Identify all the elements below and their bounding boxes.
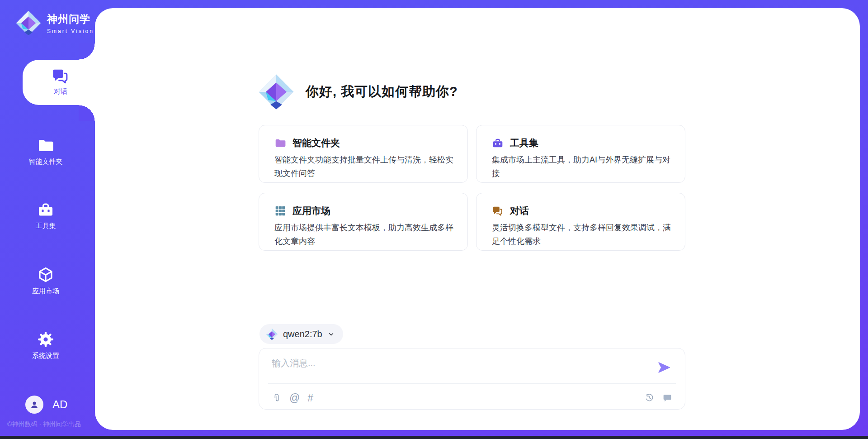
brand-subtitle: Smart Vision — [47, 28, 94, 34]
card-toolset[interactable]: 工具集 集成市场上主流工具，助力AI与外界无缝扩展与对接 — [476, 125, 685, 183]
sidebar: 神州问学 Smart Vision 智能文件夹 工具集 应用市场 系统设置 AD… — [0, 0, 95, 439]
cube-icon — [37, 266, 54, 283]
sidebar-item-label: 智能文件夹 — [29, 157, 63, 166]
composer-divider — [268, 383, 676, 384]
sidebar-item-settings[interactable]: 系统设置 — [0, 331, 91, 360]
composer-tools-right — [645, 393, 672, 403]
greeting-block: 你好, 我可以如何帮助你? — [258, 73, 458, 110]
app-page: 神州问学 Smart Vision 智能文件夹 工具集 应用市场 系统设置 AD… — [0, 0, 868, 439]
card-title: 对话 — [510, 205, 529, 217]
card-title: 应用市场 — [292, 205, 330, 217]
brand: 神州问学 Smart Vision — [15, 10, 94, 36]
sidebar-item-label: 系统设置 — [32, 352, 59, 360]
sidebar-item-label: 应用市场 — [32, 287, 59, 296]
history-icon[interactable] — [645, 393, 655, 403]
card-app-market[interactable]: 应用市场 应用市场提供丰富长文本模板，助力高效生成多样化文章内容 — [259, 193, 468, 251]
hashtag-button[interactable]: # — [307, 393, 313, 403]
toolbox-icon — [492, 137, 504, 149]
model-selector[interactable]: qwen2:7b — [259, 324, 343, 344]
folder-icon — [37, 137, 54, 154]
card-description: 智能文件夹功能支持批量文件上传与清洗，轻松实现文件问答 — [274, 153, 459, 180]
message-composer: @ # — [259, 348, 685, 410]
bottom-edge-bar — [0, 436, 868, 439]
card-smart-folder[interactable]: 智能文件夹 智能文件夹功能支持批量文件上传与清洗，轻松实现文件问答 — [259, 125, 468, 183]
feature-cards: 智能文件夹 智能文件夹功能支持批量文件上传与清洗，轻松实现文件问答 工具集 集成… — [259, 125, 685, 251]
toolbox-icon — [37, 201, 54, 218]
card-chat[interactable]: 对话 灵活切换多模型文件，支持多样回复效果调试，满足个性化需求 — [476, 193, 685, 251]
chat-icon — [492, 205, 504, 217]
copyright-text: ©神州数码 · 神州问学出品 — [7, 420, 81, 429]
person-icon — [29, 399, 40, 410]
card-description: 集成市场上主流工具，助力AI与外界无缝扩展与对接 — [492, 153, 677, 180]
gear-icon — [37, 331, 54, 348]
chevron-down-icon — [327, 330, 335, 338]
brand-logo-gem-icon — [15, 10, 42, 36]
card-description: 灵活切换多模型文件，支持多样回复效果调试，满足个性化需求 — [492, 221, 677, 248]
sidebar-item-toolset[interactable]: 工具集 — [0, 201, 91, 230]
chat-bubble-icon[interactable] — [662, 393, 672, 403]
card-title: 工具集 — [510, 137, 538, 149]
folder-icon — [274, 137, 286, 149]
assistant-gem-icon — [258, 73, 295, 110]
card-description: 应用市场提供丰富长文本模板，助力高效生成多样化文章内容 — [274, 221, 459, 248]
user-profile[interactable]: AD — [25, 396, 67, 414]
model-name: qwen2:7b — [283, 329, 322, 339]
card-title: 智能文件夹 — [292, 137, 340, 149]
user-initials: AD — [52, 398, 67, 411]
model-gem-icon — [266, 328, 278, 340]
grid-icon — [274, 205, 286, 217]
sidebar-item-smart-folder[interactable]: 智能文件夹 — [0, 137, 91, 166]
sidebar-item-app-market[interactable]: 应用市场 — [0, 266, 91, 296]
avatar — [25, 396, 43, 414]
mention-button[interactable]: @ — [289, 393, 300, 403]
main-panel: 你好, 我可以如何帮助你? 智能文件夹 智能文件夹功能支持批量文件上传与清洗，轻… — [95, 8, 860, 430]
message-input[interactable] — [272, 357, 642, 376]
attachment-icon[interactable] — [272, 393, 282, 403]
greeting-title: 你好, 我可以如何帮助你? — [306, 83, 458, 101]
send-icon — [657, 360, 671, 375]
sidebar-item-label: 工具集 — [36, 222, 56, 230]
brand-name: 神州问学 — [47, 12, 94, 26]
send-button[interactable] — [657, 360, 671, 375]
composer-tools-left: @ # — [272, 393, 313, 403]
